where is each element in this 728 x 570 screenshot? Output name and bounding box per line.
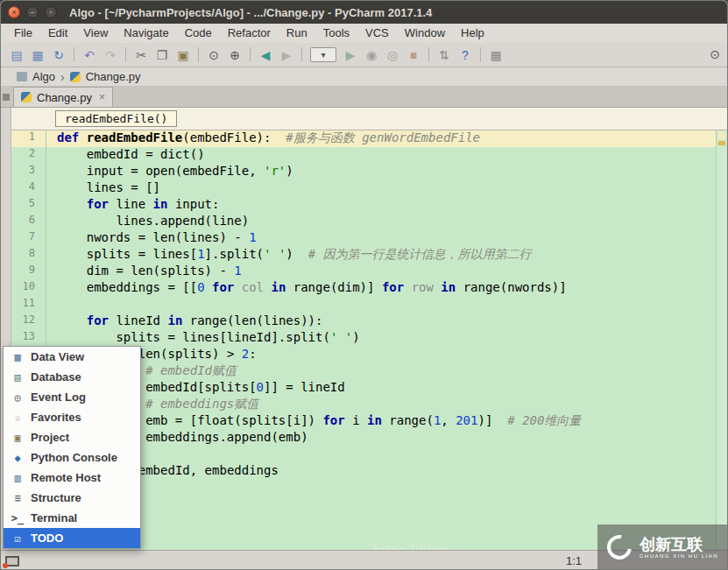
code-line-10[interactable]: 10 embeddings = [[0 for col in range(dim… xyxy=(11,280,727,297)
forward-icon[interactable]: ▶ xyxy=(276,45,297,66)
structure-icon: ≡ xyxy=(11,492,25,504)
cut-icon[interactable]: ✂ xyxy=(131,45,152,66)
code-line-13[interactable]: 13 splits = lines[lineId].split(' ') xyxy=(11,330,727,347)
close-button[interactable]: × xyxy=(8,6,20,18)
code-line-11[interactable]: 11 xyxy=(11,297,727,313)
line-number[interactable]: 4 xyxy=(11,180,46,197)
line-number[interactable]: 12 xyxy=(11,313,46,330)
line-number[interactable]: 7 xyxy=(11,230,46,247)
line-number[interactable]: 6 xyxy=(11,214,46,230)
menu-code[interactable]: Code xyxy=(177,24,220,43)
search-everywhere-icon[interactable]: ⊙ xyxy=(710,47,720,61)
watermark-logo-icon xyxy=(603,530,637,564)
code-line-12[interactable]: 12 for lineId in range(len(lines)): xyxy=(11,313,727,330)
maximize-button[interactable]: ▫ xyxy=(45,6,57,18)
code-text: lines = [] xyxy=(46,180,160,197)
toolwindow-item-structure[interactable]: ≡Structure xyxy=(4,488,140,508)
menu-file[interactable]: File xyxy=(6,24,40,43)
back-icon[interactable]: ◀ xyxy=(255,45,276,66)
sync-icon[interactable]: ↻ xyxy=(48,45,69,66)
save-icon[interactable]: ▦ xyxy=(27,45,48,66)
menu-tools[interactable]: Tools xyxy=(315,24,357,43)
line-number[interactable]: 13 xyxy=(11,330,46,347)
error-stripe-scrollbar[interactable] xyxy=(716,130,727,550)
menu-navigate[interactable]: Navigate xyxy=(116,24,176,43)
menu-window[interactable]: Window xyxy=(397,24,453,43)
toolwindow-item-favorites[interactable]: ☆Favorites xyxy=(4,407,140,427)
line-number[interactable]: 1 xyxy=(11,130,46,147)
code-line-8[interactable]: 8 splits = lines[1].split(' ') # 因为第一行是统… xyxy=(11,247,727,264)
menu-run[interactable]: Run xyxy=(279,24,315,43)
menu-help[interactable]: Help xyxy=(453,24,492,43)
line-number[interactable]: 8 xyxy=(11,247,46,264)
code-line-2[interactable]: 2 embedId = dict() xyxy=(11,147,727,164)
tool-stripe-icon[interactable] xyxy=(3,94,10,101)
find-icon[interactable]: ⊙ xyxy=(203,45,224,66)
line-number[interactable]: 3 xyxy=(11,164,46,180)
pycharm-window: × − ▫ Algo - [~/PycharmProjects/Algo] - … xyxy=(0,0,728,570)
viewer-icon[interactable]: ▦ xyxy=(485,45,506,66)
open-icon[interactable]: ▤ xyxy=(6,45,27,66)
replace-icon[interactable]: ⊕ xyxy=(224,45,245,66)
undo-icon[interactable]: ↶ xyxy=(79,45,100,66)
toolwindow-item-terminal[interactable]: >_Terminal xyxy=(4,508,140,528)
line-number[interactable]: 9 xyxy=(11,264,46,280)
code-text: for line in input: xyxy=(46,197,219,214)
run-config-select[interactable]: ▾ xyxy=(310,47,336,62)
paste-icon[interactable]: ▣ xyxy=(173,45,194,66)
window-title: Algo - [~/PycharmProjects/Algo] - .../Ch… xyxy=(69,6,432,19)
code-line-3[interactable]: 3 input = open(embedFile, 'r') xyxy=(11,164,727,180)
toolwindow-item-project[interactable]: ▣Project xyxy=(4,427,140,447)
code-line-6[interactable]: 6 lines.append(line) xyxy=(11,214,727,230)
help-icon[interactable]: ? xyxy=(455,45,476,66)
line-number[interactable]: 5 xyxy=(11,197,46,214)
toolwindow-item-label: Project xyxy=(31,431,69,444)
redo-icon[interactable]: ↷ xyxy=(100,45,121,66)
tab-close-icon[interactable]: × xyxy=(99,91,105,103)
enclosing-function-label[interactable]: readEmbedFile() xyxy=(55,110,177,127)
line-number[interactable]: 11 xyxy=(11,297,46,313)
project-icon: ▣ xyxy=(11,432,25,444)
event-log-icon: ◎ xyxy=(11,391,25,404)
toolwindow-item-todo[interactable]: ☑TODO xyxy=(4,528,140,548)
breadcrumb-item-project[interactable]: Algo xyxy=(32,70,55,83)
code-text xyxy=(46,297,57,313)
caret-position[interactable]: 1:1 xyxy=(566,554,582,567)
toolwindow-item-python-console[interactable]: ◆Python Console xyxy=(4,447,140,468)
breadcrumb-item-file[interactable]: Change.py xyxy=(86,70,141,83)
copy-icon[interactable]: ❐ xyxy=(152,45,173,66)
line-number[interactable]: 2 xyxy=(11,147,46,164)
toolwindow-item-database[interactable]: ▤Database xyxy=(4,367,140,387)
breadcrumb: Algo › Change.py xyxy=(1,67,727,87)
toolwindow-item-data-view[interactable]: ▦Data View xyxy=(4,347,140,367)
tab-change-py[interactable]: Change.py × xyxy=(13,87,113,107)
toolbar-separator xyxy=(301,47,302,62)
titlebar: × − ▫ Algo - [~/PycharmProjects/Algo] - … xyxy=(1,1,727,24)
updater-icon[interactable]: ⇅ xyxy=(434,45,455,66)
toolbar-separator xyxy=(428,47,429,62)
toolwindow-switcher-icon[interactable] xyxy=(5,556,19,566)
line-number[interactable]: 10 xyxy=(11,280,46,297)
debug-icon[interactable]: ◉ xyxy=(361,45,382,66)
run-icon[interactable]: ▶ xyxy=(340,45,361,66)
menu-edit[interactable]: Edit xyxy=(40,24,75,43)
tabbar: Change.py × xyxy=(1,87,727,108)
stop-icon[interactable]: ■ xyxy=(403,45,424,66)
minimize-button[interactable]: − xyxy=(26,6,39,18)
menu-vcs[interactable]: VCS xyxy=(357,24,397,43)
code-line-9[interactable]: 9 dim = len(splits) - 1 xyxy=(11,264,727,280)
toolwindow-item-label: Data View xyxy=(31,350,84,363)
code-line-1[interactable]: 1def readEmbedFile(embedFile): #服务与函数 ge… xyxy=(11,130,727,147)
toolwindow-item-label: TODO xyxy=(31,531,63,545)
code-text: input = open(embedFile, 'r') xyxy=(46,164,293,180)
url-watermark: https://blog... xyxy=(373,542,462,550)
toolwindow-item-event-log[interactable]: ◎Event Log xyxy=(4,387,140,407)
menu-refactor[interactable]: Refactor xyxy=(220,24,279,43)
coverage-icon[interactable]: ◎ xyxy=(382,45,403,66)
menu-view[interactable]: View xyxy=(75,24,116,43)
code-line-4[interactable]: 4 lines = [] xyxy=(11,180,727,197)
code-line-5[interactable]: 5 for line in input: xyxy=(11,197,727,214)
code-line-7[interactable]: 7 nwords = len(lines) - 1 xyxy=(11,230,727,247)
watermark-brand: 创新互联 xyxy=(640,536,718,553)
toolwindow-item-remote-host[interactable]: ▥Remote Host xyxy=(4,468,140,488)
